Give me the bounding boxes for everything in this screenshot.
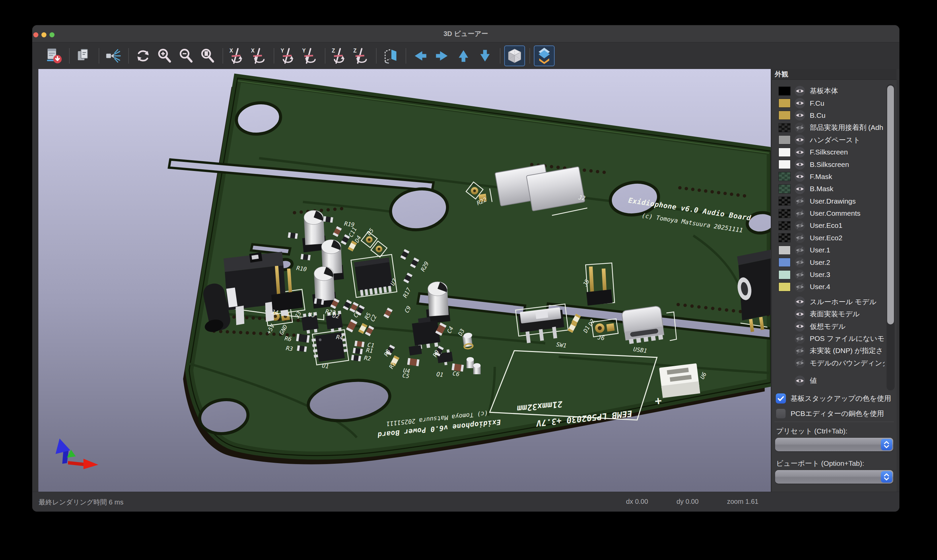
layer-row-13[interactable]: User.1: [772, 244, 885, 256]
layer-row-7[interactable]: F.Mask: [772, 171, 885, 183]
maximize-button[interactable]: [49, 32, 54, 37]
layer-row-8[interactable]: B.Mask: [772, 183, 885, 195]
visibility-on-icon[interactable]: [794, 159, 805, 170]
layer-color-swatch[interactable]: [779, 221, 791, 230]
model-row-0[interactable]: スルーホール モデル: [772, 296, 885, 308]
pan-left-button[interactable]: [410, 45, 431, 66]
model-row-2[interactable]: 仮想モデル: [772, 320, 885, 332]
layer-color-swatch[interactable]: [779, 246, 791, 255]
minimize-button[interactable]: [42, 32, 46, 37]
pan-up-button[interactable]: [453, 45, 474, 66]
layer-row-11[interactable]: User.Eco1: [772, 219, 885, 232]
pan-down-button[interactable]: [475, 45, 495, 66]
layer-row-5[interactable]: F.Silkscreen: [772, 146, 885, 158]
render-raytracing-button[interactable]: [103, 45, 124, 66]
visibility-on-icon[interactable]: [794, 309, 805, 320]
visibility-on-icon[interactable]: [794, 171, 805, 182]
layer-row-15[interactable]: User.3: [772, 269, 885, 281]
visibility-off-icon[interactable]: [794, 232, 805, 243]
scrollbar-thumb[interactable]: [887, 86, 894, 325]
visibility-off-icon[interactable]: [794, 208, 805, 219]
model-row-1[interactable]: 表面実装モデル: [772, 308, 885, 320]
visibility-on-icon[interactable]: [794, 183, 805, 194]
flip-board-button[interactable]: [380, 45, 401, 66]
layer-color-swatch[interactable]: [779, 233, 791, 242]
rotate-x-clockwise-button[interactable]: X: [227, 45, 248, 66]
redraw-button[interactable]: [132, 45, 154, 66]
visibility-on-icon[interactable]: [794, 375, 805, 386]
layer-color-swatch[interactable]: [779, 160, 791, 169]
visibility-on-icon[interactable]: [794, 296, 805, 307]
copy-image-button[interactable]: [73, 45, 94, 66]
checkbox-row-0[interactable]: 基板スタックアップの色を使用: [772, 391, 897, 406]
stepper-icon[interactable]: [881, 471, 892, 483]
visibility-on-icon[interactable]: [794, 134, 805, 145]
layer-row-2[interactable]: B.Cu: [772, 109, 885, 122]
layer-row-1[interactable]: F.Cu: [772, 97, 885, 109]
rotate-y-counterclockwise-button[interactable]: Y: [300, 45, 320, 66]
layer-row-9[interactable]: User.Drawings: [772, 195, 885, 207]
layer-row-12[interactable]: User.Eco2: [772, 232, 885, 244]
reload-board-button[interactable]: [44, 45, 65, 66]
viewport-3d[interactable]: Exidiophone v6.0 Audio Board (c) Tomoya …: [38, 69, 771, 492]
visibility-on-icon[interactable]: [794, 110, 805, 121]
visibility-off-icon[interactable]: [794, 333, 805, 344]
visibility-off-icon[interactable]: [794, 282, 805, 292]
rotate-y-clockwise-button[interactable]: Y: [278, 45, 299, 66]
layer-color-swatch[interactable]: [779, 172, 791, 181]
titlebar[interactable]: 3D ビューアー: [32, 25, 899, 42]
visibility-on-icon[interactable]: [794, 147, 805, 158]
layer-color-swatch[interactable]: [779, 270, 791, 279]
layer-color-swatch[interactable]: [779, 282, 791, 291]
layer-color-swatch[interactable]: [779, 123, 791, 132]
scrollbar[interactable]: [886, 84, 895, 391]
layer-color-swatch[interactable]: [779, 135, 791, 145]
layer-row-6[interactable]: B.Silkscreen: [772, 158, 885, 170]
rotate-z-clockwise-button[interactable]: Z: [329, 45, 350, 66]
layer-row-3[interactable]: 部品実装用接着剤 (Adh: [772, 122, 885, 134]
layer-color-swatch[interactable]: [779, 258, 791, 267]
model-row-5[interactable]: モデルのバウンディング: [772, 357, 885, 369]
visibility-on-icon[interactable]: [794, 98, 805, 109]
layer-color-swatch[interactable]: [779, 148, 791, 157]
layer-color-swatch[interactable]: [779, 111, 791, 120]
rotate-z-counterclockwise-button[interactable]: Z: [351, 45, 372, 66]
model-row-3[interactable]: POS ファイルにないモデ: [772, 332, 885, 345]
visibility-off-icon[interactable]: [794, 345, 805, 356]
viewport-select[interactable]: [775, 470, 893, 484]
close-button[interactable]: [33, 32, 38, 37]
zoom-out-button[interactable]: [176, 45, 197, 66]
appearance-panel-toggle[interactable]: [534, 45, 555, 66]
layer-color-swatch[interactable]: [779, 86, 791, 95]
zoom-in-button[interactable]: [154, 45, 175, 66]
layer-row-4[interactable]: ハンダペースト: [772, 134, 885, 146]
value-row-0[interactable]: 値: [772, 375, 885, 387]
checkbox-checked[interactable]: [776, 394, 786, 403]
preset-select[interactable]: [775, 438, 893, 451]
visibility-off-icon[interactable]: [794, 122, 805, 133]
layer-color-swatch[interactable]: [779, 197, 791, 206]
layer-color-swatch[interactable]: [779, 185, 791, 194]
visibility-off-icon[interactable]: [794, 220, 805, 231]
checkbox-unchecked[interactable]: [776, 409, 786, 418]
layer-row-16[interactable]: User.4: [772, 281, 885, 293]
model-row-4[interactable]: 未実装 (DNP) が指定さ: [772, 345, 885, 357]
zoom-to-fit-button[interactable]: [197, 45, 218, 66]
pan-right-button[interactable]: [431, 45, 452, 66]
layer-color-swatch[interactable]: [779, 209, 791, 218]
visibility-off-icon[interactable]: [794, 357, 805, 369]
visibility-on-icon[interactable]: [794, 86, 805, 97]
checkbox-row-1[interactable]: PCBエディターの銅色を使用: [772, 406, 897, 421]
layer-color-swatch[interactable]: [779, 98, 791, 108]
visibility-on-icon[interactable]: [794, 321, 805, 332]
visibility-off-icon[interactable]: [794, 257, 805, 268]
visibility-off-icon[interactable]: [794, 245, 805, 256]
layer-row-10[interactable]: User.Comments: [772, 207, 885, 219]
rotate-x-counterclockwise-button[interactable]: X: [248, 45, 269, 66]
visibility-off-icon[interactable]: [794, 269, 805, 280]
layer-row-0[interactable]: 基板本体: [772, 85, 885, 97]
stepper-icon[interactable]: [881, 439, 892, 450]
visibility-off-icon[interactable]: [794, 195, 805, 207]
orthographic-projection-toggle[interactable]: [504, 45, 525, 66]
pcb-3d-scene[interactable]: Exidiophone v6.0 Audio Board (c) Tomoya …: [38, 69, 771, 492]
